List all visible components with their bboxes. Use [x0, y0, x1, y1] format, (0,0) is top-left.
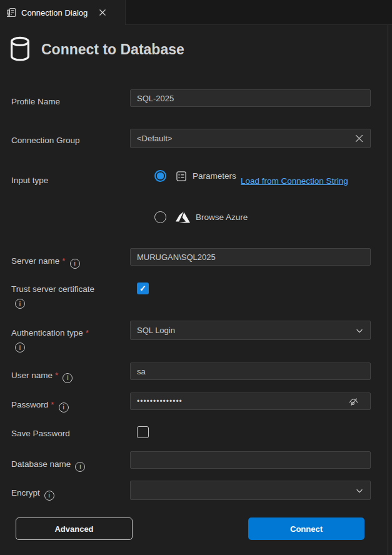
info-icon[interactable] [15, 299, 25, 309]
panel-divider [388, 25, 388, 555]
server-name-input[interactable] [130, 248, 371, 266]
tab-close-icon[interactable] [96, 6, 109, 19]
authentication-type-label: Authentication type* [11, 327, 131, 352]
info-icon[interactable] [70, 259, 80, 269]
input-type-option-parameters[interactable]: Parameters [154, 170, 236, 182]
parameters-icon [176, 171, 187, 182]
connection-group-label: Connection Group [11, 134, 131, 146]
profile-name-label: Profile Name [11, 96, 131, 108]
azure-icon [176, 210, 190, 224]
authentication-type-value: SQL Login [137, 326, 175, 335]
info-icon[interactable] [15, 342, 25, 352]
chevron-down-icon [355, 486, 364, 495]
input-type-label: Input type [11, 174, 131, 186]
required-marker: * [62, 256, 65, 266]
encrypt-label: Encrypt [11, 487, 131, 501]
info-icon[interactable] [63, 373, 73, 383]
chevron-down-icon [355, 326, 364, 335]
tab-connection-dialog[interactable]: Connection Dialog [0, 0, 126, 25]
profile-name-input[interactable] [130, 89, 371, 107]
load-from-connection-string-link[interactable]: Load from Connection String [241, 174, 348, 188]
authentication-type-select[interactable]: SQL Login [130, 321, 371, 340]
encrypt-select[interactable] [130, 481, 371, 500]
required-marker: * [51, 400, 54, 409]
info-icon[interactable] [44, 491, 54, 501]
info-icon[interactable] [75, 462, 85, 472]
tab-title: Connection Dialog [21, 8, 88, 18]
radio-unselected-icon[interactable] [154, 211, 166, 223]
parameters-option-label: Parameters [193, 171, 236, 181]
required-marker: * [86, 328, 89, 338]
trust-server-certificate-label: Trust server certificate [11, 283, 131, 309]
save-password-checkbox[interactable] [137, 426, 149, 438]
radio-selected-icon[interactable] [154, 170, 166, 182]
user-name-input[interactable] [130, 362, 371, 380]
connection-tab-icon [6, 8, 16, 18]
info-icon[interactable] [59, 402, 69, 412]
required-marker: * [55, 371, 58, 380]
database-icon [8, 36, 32, 63]
advanced-button[interactable]: Advanced [16, 518, 133, 540]
input-type-option-browse-azure[interactable]: Browse Azure [154, 210, 248, 224]
clear-icon[interactable] [354, 134, 364, 143]
password-label: Password* [11, 399, 131, 412]
browse-azure-option-label: Browse Azure [196, 212, 248, 222]
password-input[interactable] [130, 392, 371, 410]
trust-server-certificate-checkbox[interactable] [137, 282, 149, 294]
editor-tab-bar: Connection Dialog [0, 0, 392, 25]
toggle-password-visibility-icon[interactable] [346, 394, 361, 409]
database-name-label: Database name [11, 458, 131, 472]
page-title: Connect to Database [41, 41, 184, 58]
connect-button[interactable]: Connect [248, 518, 364, 540]
connection-group-value: <Default> [137, 134, 172, 143]
connection-group-select[interactable]: <Default> [130, 129, 371, 148]
connection-dialog-screen: Connection Dialog Connect to Database Pr… [0, 0, 392, 555]
database-name-input[interactable] [130, 451, 371, 469]
server-name-label: Server name* [11, 255, 131, 269]
save-password-label: Save Password [11, 428, 131, 439]
user-name-label: User name* [11, 369, 131, 383]
